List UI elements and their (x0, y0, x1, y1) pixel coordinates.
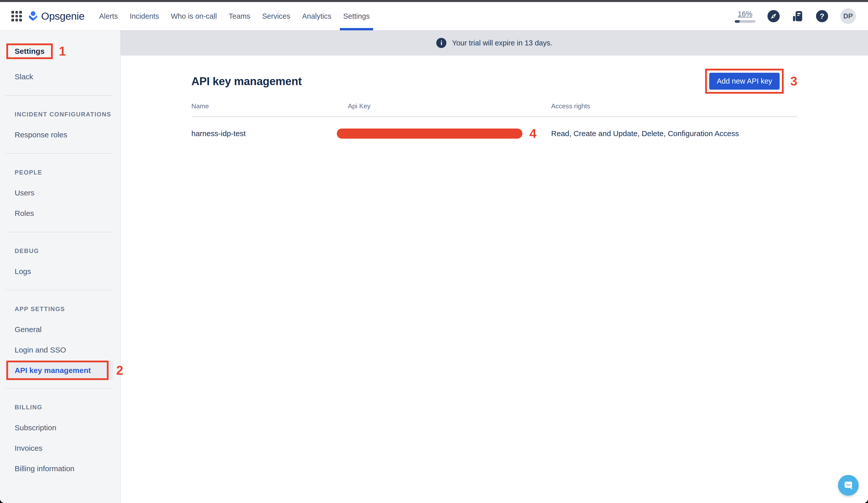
trial-usage-percent: 16% (738, 10, 752, 18)
sidebar-divider (6, 95, 113, 96)
column-header-name: Name (192, 102, 348, 110)
nav-item-analytics[interactable]: Analytics (302, 2, 331, 30)
annotation-box-1: Settings (6, 43, 53, 59)
sidebar-item-settings[interactable]: Settings 1 (0, 41, 120, 61)
window-top-strip (0, 0, 868, 2)
sidebar-item-billing-information[interactable]: Billing information (0, 458, 120, 479)
nav-item-settings[interactable]: Settings (343, 2, 370, 30)
nav-item-alerts[interactable]: Alerts (99, 2, 118, 30)
page-title: API key management (192, 75, 302, 88)
api-keys-table: Name Api Key Access rights harness-idp-t… (192, 102, 797, 142)
sidebar-item-invoices[interactable]: Invoices (0, 438, 120, 458)
sidebar-item-logs[interactable]: Logs (0, 261, 120, 281)
app-window: Opsgenie Alerts Incidents Who is on-call… (0, 0, 868, 503)
sidebar-divider (6, 290, 113, 290)
chat-icon (843, 480, 854, 491)
sidebar-item-general[interactable]: General (0, 319, 120, 340)
annotation-number-3: 3 (790, 75, 797, 88)
trial-usage-bar (735, 20, 755, 23)
column-header-access-rights: Access rights (551, 102, 797, 110)
sidebar-item-subscription[interactable]: Subscription (0, 418, 120, 438)
sidebar-section-incident-configurations: INCIDENT CONFIGURATIONS (0, 104, 120, 124)
help-icon[interactable]: ? (816, 10, 828, 22)
top-nav: Opsgenie Alerts Incidents Who is on-call… (0, 2, 868, 30)
info-icon: i (436, 38, 446, 48)
column-header-api-key: Api Key (348, 102, 551, 110)
nav-right-cluster: 16% ? (735, 8, 856, 24)
main-content: i Your trial will expire in 13 days. API… (121, 30, 868, 503)
sidebar-item-login-and-sso[interactable]: Login and SSO (0, 340, 120, 360)
annotation-number-2: 2 (116, 364, 123, 377)
sidebar-divider (6, 232, 113, 232)
sidebar-item-api-key-management[interactable]: API key management 2 (6, 361, 113, 380)
sidebar-section-app-settings: APP SETTINGS (0, 299, 120, 319)
nav-item-services[interactable]: Services (262, 2, 290, 30)
api-key-access-rights: Read, Create and Update, Delete, Configu… (551, 129, 797, 138)
annotation-number-1: 1 (59, 45, 66, 58)
app-switcher-icon[interactable] (11, 11, 22, 21)
sidebar-divider (6, 153, 113, 154)
api-key-name: harness-idp-test (192, 129, 348, 138)
nav-item-incidents[interactable]: Incidents (130, 2, 159, 30)
primary-nav: Alerts Incidents Who is on-call Teams Se… (99, 2, 370, 30)
redacted-api-key-bar (337, 129, 523, 138)
explore-compass-icon[interactable] (767, 10, 779, 22)
opsgenie-mark-icon (28, 10, 39, 22)
add-api-key-button[interactable]: Add new API key (709, 73, 779, 90)
trial-banner: i Your trial will expire in 13 days. (121, 30, 868, 55)
sidebar-item-roles[interactable]: Roles (0, 203, 120, 224)
sidebar-divider (6, 388, 113, 389)
brand-wordmark: Opsgenie (41, 10, 85, 22)
sidebar-item-response-roles[interactable]: Response roles (0, 124, 120, 145)
opsgenie-logo[interactable]: Opsgenie (28, 10, 85, 22)
sidebar-section-debug: DEBUG (0, 240, 120, 261)
annotation-box-3: Add new API key (705, 69, 784, 94)
sidebar-section-people: PEOPLE (0, 162, 120, 183)
user-avatar[interactable]: DP (840, 8, 856, 24)
settings-sidebar: Settings 1 Slack INCIDENT CONFIGURATIONS… (0, 30, 121, 503)
chat-widget-button[interactable] (838, 475, 859, 496)
sidebar-section-billing: BILLING (0, 397, 120, 418)
whats-new-icon[interactable] (792, 10, 804, 22)
sidebar-item-users[interactable]: Users (0, 183, 120, 203)
nav-item-teams[interactable]: Teams (229, 2, 250, 30)
nav-item-who-is-on-call[interactable]: Who is on-call (171, 2, 217, 30)
annotation-number-4: 4 (529, 127, 537, 140)
sidebar-item-slack[interactable]: Slack (0, 66, 120, 87)
trial-usage-indicator[interactable]: 16% (735, 10, 755, 23)
table-header-row: Name Api Key Access rights (192, 102, 797, 117)
table-row: harness-idp-test 4 Read, Create and Upda… (192, 117, 797, 142)
trial-banner-text: Your trial will expire in 13 days. (452, 39, 552, 47)
